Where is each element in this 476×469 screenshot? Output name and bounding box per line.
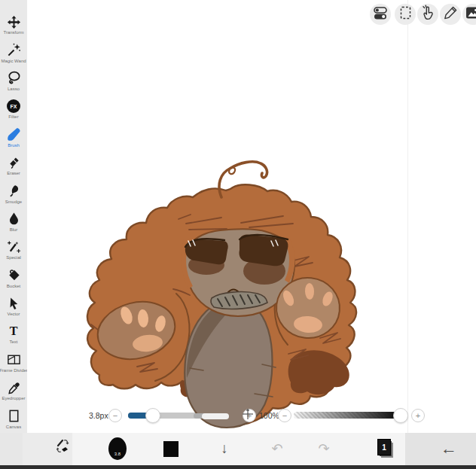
text-icon: T (6, 324, 21, 339)
brush-size-minus-button[interactable]: − (108, 409, 122, 422)
tool-blur[interactable]: Blur (0, 208, 27, 236)
redo-button[interactable]: ↷ (315, 440, 333, 458)
touch-gesture-icon (420, 5, 436, 24)
tool-label: Smudge (5, 199, 22, 204)
brush-cursor-crosshair (242, 408, 254, 420)
layer-count-badge: 1 (382, 443, 386, 452)
lasso-icon (6, 71, 21, 86)
color-swatch-button[interactable] (163, 441, 178, 457)
tool-special[interactable]: Special (0, 236, 27, 263)
tool-palette: Transform Magic Wand Lasso FX Filter Bru… (0, 0, 27, 433)
pen-icon (442, 5, 459, 24)
tool-smudge[interactable]: Smudge (0, 179, 27, 207)
drawing-canvas[interactable] (27, 0, 476, 433)
tool-text[interactable]: T Text (0, 320, 27, 348)
brush-icon (6, 127, 21, 142)
tool-label: Canvas (6, 425, 21, 429)
swap-brush-eraser-button[interactable] (54, 439, 74, 458)
tool-label: Vector (7, 312, 20, 316)
undo-icon: ↶ (271, 440, 282, 457)
opacity-minus-button[interactable]: − (278, 409, 291, 422)
opacity-slider-thumb[interactable] (393, 408, 408, 423)
tool-eyedropper[interactable]: Eyedropper (0, 376, 27, 404)
collapse-toolbar-button[interactable]: ↓ (217, 440, 232, 458)
eyedropper-icon (6, 380, 21, 395)
bottom-bar-left-strip (0, 433, 23, 465)
frame-divider-icon (6, 352, 21, 367)
tool-label: Special (6, 255, 21, 260)
brush-eraser-swap-icon (55, 438, 73, 459)
canvas-icon (6, 409, 21, 424)
tool-lasso[interactable]: Lasso (0, 67, 27, 95)
current-color-swatch (163, 441, 178, 457)
photo-icon (465, 5, 476, 24)
brush-stroke-preview: 3.8 (108, 437, 127, 460)
transform-icon (6, 14, 21, 29)
tool-canvas[interactable]: Canvas (0, 404, 27, 432)
tool-label: Transform (3, 30, 23, 35)
bucket-icon (6, 268, 21, 283)
redo-icon: ↷ (318, 440, 329, 457)
tool-transform[interactable]: Transform (0, 11, 27, 38)
tool-filter[interactable]: FX Filter (0, 95, 27, 123)
marquee-select-button[interactable] (395, 4, 416, 25)
down-arrow-icon: ↓ (221, 440, 228, 457)
tool-label: Magic Wand (1, 59, 26, 63)
back-arrow-icon: ← (441, 439, 457, 458)
tool-label: Brush (8, 143, 20, 148)
canvas-edge-divider (407, 0, 408, 433)
toggles-settings-button[interactable] (370, 4, 391, 25)
undo-button[interactable]: ↶ (268, 440, 286, 458)
opacity-slider-track[interactable] (294, 412, 407, 419)
filter-fx-icon: FX (6, 99, 21, 114)
blur-drop-icon (6, 212, 21, 227)
brush-size-value: 3.8px (89, 411, 108, 420)
tool-brush[interactable]: Brush (0, 123, 27, 151)
brush-preview-button[interactable]: 3.8 (108, 437, 127, 460)
tool-label: Blur (10, 227, 18, 232)
home-indicator-strip (0, 465, 476, 469)
marquee-selection-icon (397, 5, 413, 24)
tool-label: Bucket (7, 284, 20, 288)
slider-track-segment (202, 413, 229, 419)
vector-cursor-icon (6, 296, 21, 311)
tool-eraser[interactable]: Eraser (0, 151, 27, 179)
tool-label: Eyedropper (2, 396, 25, 400)
opacity-value: 100% (259, 411, 279, 420)
smudge-icon (6, 184, 21, 199)
tool-frame-divider[interactable]: Frame Divider (0, 349, 27, 376)
tool-vector[interactable]: Vector (0, 292, 27, 320)
pen-mode-button[interactable] (440, 4, 461, 25)
photo-import-button[interactable] (462, 4, 476, 25)
tool-label: Lasso (8, 87, 20, 91)
two-toggles-icon (372, 5, 389, 24)
brush-size-slider-thumb[interactable] (145, 408, 160, 423)
back-button[interactable]: ← (439, 439, 459, 458)
opacity-plus-button[interactable]: + (411, 409, 425, 422)
magic-wand-icon (6, 43, 21, 58)
tool-magic-wand[interactable]: Magic Wand (0, 38, 27, 66)
tool-label: Filter (8, 114, 18, 119)
touch-gesture-button[interactable] (417, 4, 438, 25)
app-window: Transform Magic Wand Lasso FX Filter Bru… (0, 0, 476, 469)
tool-label: Text (9, 340, 17, 344)
tool-bucket[interactable]: Bucket (0, 264, 27, 292)
layers-button[interactable]: 1 (377, 439, 395, 458)
eraser-icon (6, 155, 21, 170)
layers-icon: 1 (377, 439, 395, 458)
special-pen-icon (6, 239, 21, 254)
bottom-toolbar: 3.8 ↓ ↶ ↷ 1 ← (0, 433, 476, 465)
tool-label: Eraser (7, 171, 20, 175)
tool-label: Frame Divider (0, 368, 28, 373)
